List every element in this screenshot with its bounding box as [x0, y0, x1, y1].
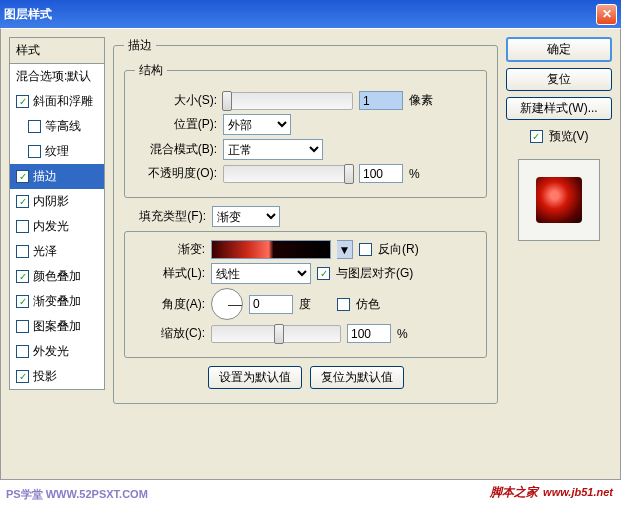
- style-item-斜面和浮雕[interactable]: ✓斜面和浮雕: [10, 89, 104, 114]
- reset-default-button[interactable]: 复位为默认值: [310, 366, 404, 389]
- dither-checkbox[interactable]: ✓: [337, 298, 350, 311]
- blendmode-select[interactable]: 正常: [223, 139, 323, 160]
- style-checkbox[interactable]: ✓: [16, 370, 29, 383]
- position-label: 位置(P):: [135, 116, 217, 133]
- style-checkbox[interactable]: ✓: [28, 145, 41, 158]
- style-checkbox[interactable]: ✓: [16, 245, 29, 258]
- style-label: 渐变叠加: [33, 293, 81, 310]
- style-label: 内阴影: [33, 193, 69, 210]
- size-label: 大小(S):: [135, 92, 217, 109]
- align-label[interactable]: 与图层对齐(G): [336, 265, 413, 282]
- blendmode-label: 混合模式(B):: [135, 141, 217, 158]
- style-item-描边[interactable]: ✓描边: [10, 164, 104, 189]
- watermark-left: PS学堂 WWW.52PSXT.COM: [6, 487, 148, 502]
- cancel-button[interactable]: 复位: [506, 68, 612, 91]
- watermark-right: 脚本之家 www.jb51.net: [490, 476, 613, 502]
- gradient-label: 渐变:: [135, 241, 205, 258]
- style-checkbox[interactable]: ✓: [16, 320, 29, 333]
- structure-fieldset: 结构 大小(S): 像素 位置(P): 外部 混合模式(B): 正常 不透明度(…: [124, 62, 487, 198]
- styles-column: 样式 混合选项:默认 ✓斜面和浮雕✓等高线✓纹理✓描边✓内阴影✓内发光✓光泽✓颜…: [9, 37, 105, 471]
- size-slider[interactable]: [223, 92, 353, 110]
- scale-unit: %: [397, 327, 408, 341]
- scale-label: 缩放(C):: [135, 325, 205, 342]
- style-label: 描边: [33, 168, 57, 185]
- window-title: 图层样式: [4, 6, 52, 23]
- style-item-内发光[interactable]: ✓内发光: [10, 214, 104, 239]
- structure-legend: 结构: [135, 62, 167, 79]
- angle-label: 角度(A):: [135, 296, 205, 313]
- size-input[interactable]: [359, 91, 403, 110]
- gradstyle-label: 样式(L):: [135, 265, 205, 282]
- style-label: 内发光: [33, 218, 69, 235]
- style-item-渐变叠加[interactable]: ✓渐变叠加: [10, 289, 104, 314]
- preview-checkbox[interactable]: ✓: [530, 130, 543, 143]
- style-label: 颜色叠加: [33, 268, 81, 285]
- fill-fieldset: 渐变: ▼ ✓ 反向(R) 样式(L): 线性 ✓ 与图层对齐(G) 角度(A)…: [124, 231, 487, 358]
- preview-label[interactable]: 预览(V): [549, 128, 589, 145]
- style-item-内阴影[interactable]: ✓内阴影: [10, 189, 104, 214]
- blend-options-item[interactable]: 混合选项:默认: [10, 64, 104, 89]
- right-column: 确定 复位 新建样式(W)... ✓ 预览(V): [506, 37, 612, 471]
- style-item-外发光[interactable]: ✓外发光: [10, 339, 104, 364]
- angle-wheel[interactable]: [211, 288, 243, 320]
- preview-thumbnail: [536, 177, 582, 223]
- set-default-button[interactable]: 设置为默认值: [208, 366, 302, 389]
- gradient-dropdown[interactable]: ▼: [337, 240, 353, 259]
- style-checkbox[interactable]: ✓: [16, 220, 29, 233]
- main-panel: 描边 结构 大小(S): 像素 位置(P): 外部 混合模式(B): 正常: [113, 37, 498, 471]
- angle-input[interactable]: [249, 295, 293, 314]
- style-label: 图案叠加: [33, 318, 81, 335]
- reverse-label[interactable]: 反向(R): [378, 241, 419, 258]
- new-style-button[interactable]: 新建样式(W)...: [506, 97, 612, 120]
- scale-slider[interactable]: [211, 325, 341, 343]
- style-item-图案叠加[interactable]: ✓图案叠加: [10, 314, 104, 339]
- chevron-down-icon: ▼: [339, 243, 351, 257]
- size-unit: 像素: [409, 92, 433, 109]
- close-button[interactable]: ✕: [596, 4, 617, 25]
- stroke-fieldset: 描边 结构 大小(S): 像素 位置(P): 外部 混合模式(B): 正常: [113, 37, 498, 404]
- style-item-等高线[interactable]: ✓等高线: [10, 114, 104, 139]
- style-label: 纹理: [45, 143, 69, 160]
- style-label: 光泽: [33, 243, 57, 260]
- style-checkbox[interactable]: ✓: [16, 270, 29, 283]
- style-item-投影[interactable]: ✓投影: [10, 364, 104, 389]
- opacity-slider[interactable]: [223, 165, 353, 183]
- style-checkbox[interactable]: ✓: [16, 295, 29, 308]
- style-checkbox[interactable]: ✓: [28, 120, 41, 133]
- dither-label[interactable]: 仿色: [356, 296, 380, 313]
- angle-unit: 度: [299, 296, 311, 313]
- position-select[interactable]: 外部: [223, 114, 291, 135]
- style-checkbox[interactable]: ✓: [16, 95, 29, 108]
- style-item-纹理[interactable]: ✓纹理: [10, 139, 104, 164]
- styles-header[interactable]: 样式: [9, 37, 105, 63]
- ok-button[interactable]: 确定: [506, 37, 612, 62]
- reverse-checkbox[interactable]: ✓: [359, 243, 372, 256]
- stroke-legend: 描边: [124, 37, 156, 54]
- style-item-颜色叠加[interactable]: ✓颜色叠加: [10, 264, 104, 289]
- style-checkbox[interactable]: ✓: [16, 170, 29, 183]
- styles-list: 混合选项:默认 ✓斜面和浮雕✓等高线✓纹理✓描边✓内阴影✓内发光✓光泽✓颜色叠加…: [9, 63, 105, 390]
- style-checkbox[interactable]: ✓: [16, 345, 29, 358]
- style-label: 斜面和浮雕: [33, 93, 93, 110]
- gradient-swatch[interactable]: [211, 240, 331, 259]
- style-item-光泽[interactable]: ✓光泽: [10, 239, 104, 264]
- scale-input[interactable]: [347, 324, 391, 343]
- preview-box: [518, 159, 600, 241]
- filltype-select[interactable]: 渐变: [212, 206, 280, 227]
- style-checkbox[interactable]: ✓: [16, 195, 29, 208]
- style-label: 等高线: [45, 118, 81, 135]
- title-bar: 图层样式 ✕: [0, 0, 621, 28]
- style-label: 外发光: [33, 343, 69, 360]
- dialog-body: 样式 混合选项:默认 ✓斜面和浮雕✓等高线✓纹理✓描边✓内阴影✓内发光✓光泽✓颜…: [0, 28, 621, 480]
- opacity-label: 不透明度(O):: [135, 165, 217, 182]
- align-checkbox[interactable]: ✓: [317, 267, 330, 280]
- filltype-label: 填充类型(F):: [124, 208, 206, 225]
- opacity-input[interactable]: [359, 164, 403, 183]
- opacity-unit: %: [409, 167, 420, 181]
- style-label: 投影: [33, 368, 57, 385]
- close-icon: ✕: [602, 7, 612, 21]
- gradstyle-select[interactable]: 线性: [211, 263, 311, 284]
